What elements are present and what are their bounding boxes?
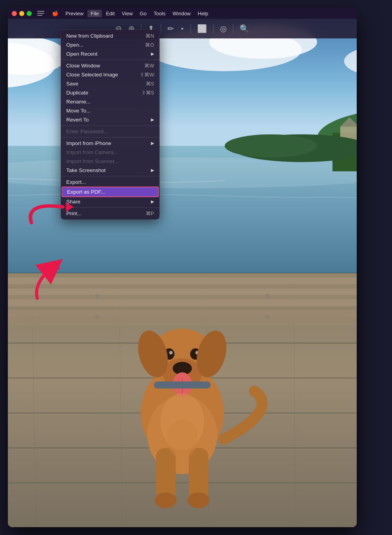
- close-button[interactable]: [12, 11, 17, 16]
- menu-item-new-clipboard[interactable]: New from Clipboard ⌘N: [61, 31, 160, 40]
- toolbar-divider-5: [233, 24, 233, 33]
- separator-2: [61, 125, 160, 126]
- menu-item-help[interactable]: Help: [195, 10, 212, 17]
- toolbar-divider-2: [161, 24, 161, 33]
- svg-rect-34: [8, 288, 357, 295]
- menu-item-import-scanner: Import from Scanner...: [61, 157, 160, 166]
- content-area: New from Clipboard ⌘N Open... ⌘O Open Re…: [8, 19, 357, 527]
- separator-5: [61, 207, 160, 208]
- dog-photo: [8, 273, 357, 528]
- menu-item-move-to[interactable]: Move To...: [61, 106, 160, 115]
- menu-items: 🍎 Preview File Edit View Go Tools Window…: [49, 10, 353, 17]
- minimize-button[interactable]: [19, 11, 24, 16]
- separator-4: [61, 176, 160, 176]
- menu-item-file[interactable]: File: [87, 10, 102, 17]
- svg-rect-33: [8, 277, 357, 284]
- menu-item-close-window[interactable]: Close Window ⌘W: [61, 61, 160, 70]
- submenu-arrow-iphone: ▶: [151, 141, 154, 146]
- menu-item-share[interactable]: Share ▶: [61, 197, 160, 206]
- traffic-lights: [12, 11, 32, 16]
- menu-item-duplicate[interactable]: Duplicate ⇧⌘S: [61, 88, 160, 97]
- menu-item-close-selected-image[interactable]: Close Selected Image ⇧⌘W: [61, 70, 160, 79]
- search-icon[interactable]: 🔍: [240, 24, 249, 33]
- toolbar-divider-4: [213, 24, 214, 33]
- submenu-arrow: ▶: [151, 51, 154, 56]
- svg-point-20: [225, 134, 317, 158]
- svg-point-60: [167, 419, 198, 459]
- fullscreen-button[interactable]: [27, 11, 32, 16]
- mac-window: 🍎 Preview File Edit View Go Tools Window…: [8, 8, 357, 527]
- svg-point-37: [95, 294, 99, 298]
- separator-1: [61, 60, 160, 60]
- menu-item-import-iphone[interactable]: Import from iPhone ▶: [61, 139, 160, 148]
- svg-point-39: [95, 314, 99, 319]
- svg-point-40: [265, 314, 270, 319]
- chevron-down-icon[interactable]: ▼: [180, 27, 184, 31]
- separator-3: [61, 137, 160, 138]
- submenu-arrow-share: ▶: [151, 199, 154, 204]
- sidebar-toggle[interactable]: [37, 11, 44, 16]
- menu-item-import-camera: Import from Camera...: [61, 148, 160, 157]
- apple-menu[interactable]: 🍎: [49, 10, 62, 17]
- menu-item-view[interactable]: View: [119, 10, 136, 17]
- menu-item-save[interactable]: Save ⌘S: [61, 79, 160, 88]
- submenu-arrow-revert: ▶: [151, 117, 154, 122]
- svg-rect-36: [8, 310, 357, 317]
- menu-item-take-screenshot[interactable]: Take Screenshot ▶: [61, 166, 160, 175]
- svg-rect-58: [154, 381, 211, 388]
- toolbar-divider-3: [191, 24, 191, 33]
- file-dropdown-menu: New from Clipboard ⌘N Open... ⌘O Open Re…: [61, 30, 160, 219]
- menu-item-revert-to[interactable]: Revert To ▶: [61, 115, 160, 124]
- svg-rect-55: [189, 448, 209, 500]
- svg-point-57: [187, 492, 209, 508]
- svg-point-38: [265, 294, 270, 298]
- menu-bar: 🍎 Preview File Edit View Go Tools Window…: [8, 8, 357, 19]
- preview-toolbar: ⊖ ⊕ ⬆ ✏ ▼ ⬜ ◎ 🔍: [8, 19, 357, 38]
- layout-icon[interactable]: ⬜: [197, 24, 207, 33]
- menu-item-go[interactable]: Go: [137, 10, 150, 17]
- submenu-arrow-screenshot: ▶: [151, 168, 154, 173]
- menu-item-export-pdf[interactable]: Export as PDF...: [62, 187, 159, 197]
- svg-rect-35: [8, 299, 357, 306]
- menu-item-open[interactable]: Open... ⌘O: [61, 40, 160, 49]
- menu-item-open-recent[interactable]: Open Recent ▶: [61, 49, 160, 58]
- markup-icon[interactable]: ◎: [220, 24, 227, 33]
- menu-item-edit[interactable]: Edit: [103, 10, 118, 17]
- svg-point-9: [8, 158, 357, 189]
- pencil-icon[interactable]: ✏: [167, 24, 174, 33]
- menu-item-window[interactable]: Window: [169, 10, 194, 17]
- menu-item-enter-password: Enter Password...: [61, 127, 160, 136]
- lake-photo: [8, 19, 357, 273]
- menu-item-tools[interactable]: Tools: [151, 10, 169, 17]
- svg-rect-54: [156, 448, 176, 500]
- menu-item-export[interactable]: Export...: [61, 178, 160, 187]
- svg-point-48: [169, 351, 173, 354]
- menu-item-rename[interactable]: Rename...: [61, 97, 160, 106]
- svg-point-56: [155, 492, 177, 508]
- menu-item-print[interactable]: Print... ⌘P: [61, 209, 160, 218]
- menu-item-preview[interactable]: Preview: [62, 10, 87, 17]
